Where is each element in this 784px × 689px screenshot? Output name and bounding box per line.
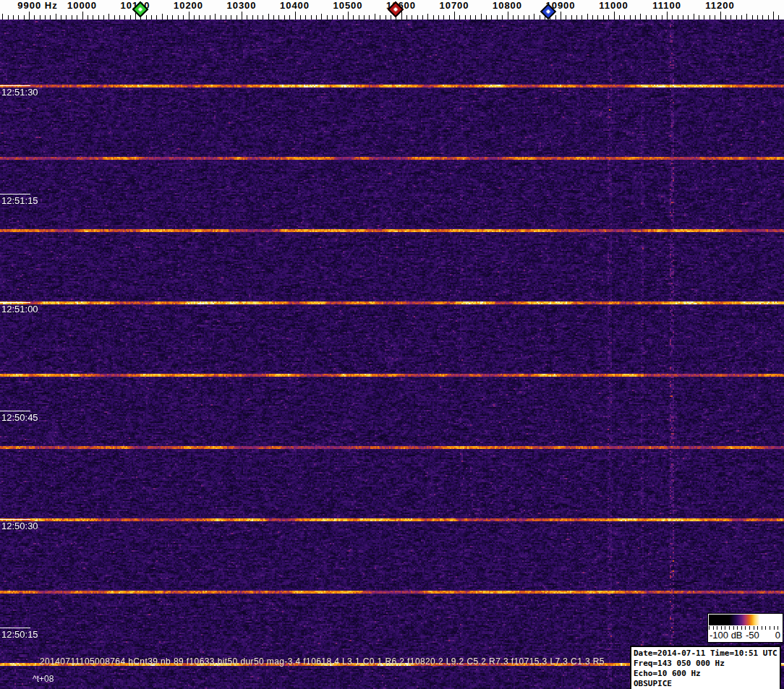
info-echo: Echo=10 600 Hz (634, 669, 780, 679)
freq-tick (497, 15, 498, 20)
freq-tick (555, 15, 556, 20)
time-tick (0, 628, 30, 628)
freq-tick (646, 15, 647, 20)
freq-tick (98, 15, 99, 20)
freq-tick (194, 15, 195, 20)
freq-tick (327, 15, 328, 20)
freq-tick (762, 15, 763, 20)
freq-tick (587, 14, 588, 20)
freq-tick (252, 15, 253, 20)
time-tick (0, 85, 30, 86)
spectrogram-canvas[interactable] (0, 20, 784, 689)
freq-tick (746, 14, 747, 20)
freq-tick (316, 15, 317, 20)
freq-tick (667, 12, 668, 20)
freq-tick (752, 15, 753, 20)
freq-axis-label: 10400 (280, 0, 310, 11)
meteor-detection-annotation: 20140711105008764 hCnt39 nb 89 f10633 hi… (40, 656, 605, 667)
spectrogram-app: 9900 Hz100001010010200103001040010500106… (0, 0, 784, 689)
freq-axis-label: 10200 (174, 0, 203, 11)
freq-tick (205, 15, 205, 20)
freq-tick (284, 15, 285, 20)
freq-tick (683, 15, 683, 20)
freq-tick (242, 12, 242, 20)
freq-tick (725, 15, 726, 20)
db-mid-label: -50 (746, 630, 759, 641)
time-tick (0, 194, 30, 194)
info-station: OBSUPICE (634, 679, 780, 689)
time-tick (0, 411, 30, 411)
freq-tick (449, 15, 450, 20)
freq-tick (221, 15, 221, 20)
freq-tick (82, 12, 83, 20)
time-offset-label: ^t+08 (33, 674, 54, 684)
freq-tick (778, 15, 779, 20)
freq-tick (321, 14, 322, 20)
freq-tick (391, 15, 391, 20)
freq-tick (710, 15, 710, 20)
freq-tick (231, 15, 231, 20)
freq-tick (263, 15, 263, 20)
freq-tick (178, 15, 179, 20)
time-axis-label: 12:51:00 (1, 304, 38, 314)
freq-tick (508, 12, 508, 20)
freq-tick (651, 15, 652, 20)
freq-tick (513, 15, 514, 20)
freq-tick (688, 15, 689, 20)
freq-tick (56, 14, 56, 20)
freq-tick (481, 14, 482, 20)
freq-tick (459, 15, 460, 20)
freq-tick (189, 12, 189, 20)
freq-tick (24, 15, 25, 20)
freq-tick (162, 14, 163, 20)
freq-tick (93, 15, 93, 20)
freq-tick (401, 12, 402, 20)
freq-tick (454, 12, 455, 20)
freq-tick (470, 15, 471, 20)
freq-tick (29, 12, 30, 20)
freq-tick (278, 15, 279, 20)
freq-tick (491, 15, 492, 20)
freq-tick (614, 12, 615, 20)
freq-tick (72, 15, 72, 20)
freq-tick (730, 15, 731, 20)
freq-tick (624, 15, 625, 20)
freq-tick (662, 15, 662, 20)
freq-tick (130, 15, 131, 20)
freq-tick (199, 15, 200, 20)
freq-tick (678, 15, 678, 20)
freq-tick (215, 14, 216, 20)
freq-tick (289, 15, 290, 20)
freq-tick (443, 15, 444, 20)
freq-tick (417, 15, 418, 20)
freq-axis-label: 10300 (226, 0, 256, 11)
freq-axis-label: 10700 (439, 0, 469, 11)
freq-tick (619, 15, 620, 20)
freq-tick (343, 15, 344, 20)
freq-tick (359, 15, 359, 20)
observation-info-box: Date=2014-07-11 Time=10:51 UTC Freq=143 … (630, 646, 781, 689)
freq-tick (534, 14, 534, 20)
freq-tick (332, 15, 333, 20)
freq-tick (427, 14, 428, 20)
freq-tick (268, 14, 269, 20)
freq-tick (108, 14, 109, 20)
freq-tick (34, 15, 35, 20)
freq-tick (576, 15, 577, 20)
freq-tick (210, 15, 210, 20)
freq-tick (151, 15, 152, 20)
frequency-axis: 9900 Hz100001010010200103001040010500106… (0, 0, 784, 20)
freq-tick (88, 15, 88, 20)
colormap-gradient-bar (709, 615, 782, 625)
marker-center-dot (393, 7, 398, 12)
freq-tick (736, 15, 737, 20)
freq-tick (50, 15, 51, 20)
freq-tick (741, 15, 742, 20)
freq-tick (640, 14, 641, 20)
freq-tick (540, 15, 540, 20)
freq-tick (300, 15, 301, 20)
marker-center-dot (139, 7, 143, 12)
freq-tick (486, 15, 487, 20)
freq-tick (412, 15, 412, 20)
info-date-time: Date=2014-07-11 Time=10:51 UTC (634, 649, 780, 659)
